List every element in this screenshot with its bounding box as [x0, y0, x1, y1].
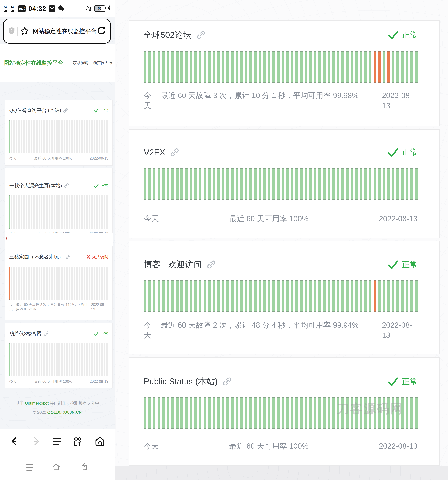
link-get-source[interactable]: 获取源码 [73, 60, 88, 65]
monitor-name: 葫芦侠3楼官网 [9, 330, 42, 337]
uptime-bar-up [291, 397, 293, 429]
uptime-bar-up [406, 51, 408, 83]
browser-app-icon[interactable] [95, 436, 105, 447]
link-icon[interactable] [222, 377, 232, 386]
uptime-bar-up [208, 280, 211, 312]
back-nav-button[interactable] [79, 462, 88, 472]
link-icon[interactable] [66, 254, 70, 259]
uptime-bar-up [153, 280, 155, 312]
uptimerobot-link[interactable]: UptimeRobot [25, 401, 49, 405]
uptime-bar-up [268, 397, 270, 429]
uptime-bar-down [373, 51, 376, 83]
site-header: 网站稳定性在线监控平台 获取源码 葫芦侠大神 [0, 44, 115, 82]
link-icon[interactable] [207, 260, 216, 269]
uptime-bar-empty [69, 267, 70, 300]
uptime-bar-up [383, 280, 385, 312]
uptime-bar-empty [105, 343, 107, 376]
uptime-bar-up [180, 168, 183, 200]
uptime-bar-up [217, 397, 220, 429]
link-huluxia[interactable]: 葫芦侠大神 [93, 60, 112, 65]
link-icon[interactable] [44, 331, 49, 336]
uptime-bar-up [144, 168, 146, 200]
link-icon[interactable] [64, 183, 69, 188]
link-icon[interactable] [170, 148, 179, 157]
uptime-bar-up [373, 168, 376, 200]
uptime-bar-up [236, 397, 238, 429]
uptime-bar-up [231, 397, 234, 429]
uptime-bar-up [167, 397, 169, 429]
bookmark-star-icon[interactable] [21, 27, 29, 35]
footer-date: 2022-08-13 [379, 213, 418, 224]
uptime-bar-empty [94, 120, 95, 153]
uptime-bar-empty [96, 267, 97, 300]
uptime-bar-empty [56, 343, 57, 376]
uptime-bar-up [217, 168, 220, 200]
uptime-bar-up [323, 397, 326, 429]
uptime-bar-empty [107, 267, 108, 300]
mail-icon [49, 5, 55, 12]
refresh-icon[interactable] [96, 26, 106, 36]
uptime-bar-up [9, 343, 10, 376]
forward-button[interactable] [31, 437, 41, 447]
uptime-bar-up [158, 280, 160, 312]
uptime-bar-empty [41, 195, 42, 228]
status-badge: 正常 [402, 147, 418, 158]
uptime-bar-up [346, 280, 349, 312]
uptime-bar-empty [33, 195, 34, 228]
uptime-bar-empty [81, 120, 82, 153]
monitor-card: Public Status (本站) 正常 今天 最近 60 天可用率 100%… [129, 357, 440, 466]
uptime-bar-up [314, 168, 316, 200]
uptime-bar-up [392, 168, 394, 200]
uptime-bar-up [240, 280, 243, 312]
recent-apps-button[interactable] [27, 464, 33, 471]
uptime-bar-empty [57, 267, 59, 300]
uptime-bar-empty [34, 195, 35, 228]
home-button[interactable] [52, 462, 61, 472]
uptime-bar-up [296, 51, 298, 83]
uptime-bar-up [332, 168, 335, 200]
uptime-bar-empty [54, 267, 55, 300]
uptime-bar-up [360, 51, 362, 83]
uptime-bar-up [144, 280, 146, 312]
uptime-bar-up [286, 397, 289, 429]
status-badge: 正常 [402, 376, 418, 387]
uptime-bar-empty [90, 195, 92, 228]
uptime-bar-empty [97, 267, 98, 300]
tabs-incognito-button[interactable]: 1 [73, 436, 83, 447]
uptime-bar-empty [57, 343, 59, 376]
uptime-bar-empty [92, 120, 93, 153]
uptime-bar-empty [23, 195, 24, 228]
browser-address-bar[interactable]: ? 网站稳定性在线监控平台 [3, 19, 111, 44]
footer-uptime: 最近 60 天故障 2 次，累计 48 分 4 秒，平均可用率 99.94% [153, 320, 382, 340]
uptime-bar-up [222, 397, 224, 429]
uptime-bar-empty [19, 195, 20, 228]
uptime-bar-up [213, 397, 215, 429]
uptime-bar-empty [11, 195, 12, 228]
uptime-bar-empty [41, 267, 42, 300]
powered-suffix: 接口制作，检测频率 5 分钟 [49, 401, 99, 405]
uptime-bar-empty [39, 267, 40, 300]
uptime-bar-up [318, 51, 321, 83]
link-icon[interactable] [196, 30, 205, 40]
uptime-strip [144, 51, 418, 83]
uptime-bar-empty [36, 343, 37, 376]
copyright-site-link[interactable]: QQ110.KU83N.CN [47, 410, 82, 415]
uptime-bar-empty [66, 343, 67, 376]
link-icon[interactable] [63, 108, 68, 113]
uptime-bar-empty [94, 343, 95, 376]
uptime-bar-up [304, 168, 307, 200]
uptime-bar-up [296, 280, 298, 312]
uptime-bar-empty [24, 120, 25, 153]
uptime-bar-up [309, 280, 312, 312]
uptime-bar-up [217, 280, 220, 312]
url-text[interactable]: 网站稳定性在线监控平台 [33, 27, 96, 35]
menu-button[interactable] [53, 438, 61, 445]
uptime-bar-up [167, 51, 169, 83]
uptime-bar-empty [51, 343, 52, 376]
uptime-bar-up [364, 51, 367, 83]
back-button[interactable] [10, 437, 19, 447]
uptime-bar-empty [46, 195, 47, 228]
uptime-bar-up [148, 397, 151, 429]
uptime-bar-up [171, 51, 174, 83]
uptime-bar-empty [64, 267, 65, 300]
